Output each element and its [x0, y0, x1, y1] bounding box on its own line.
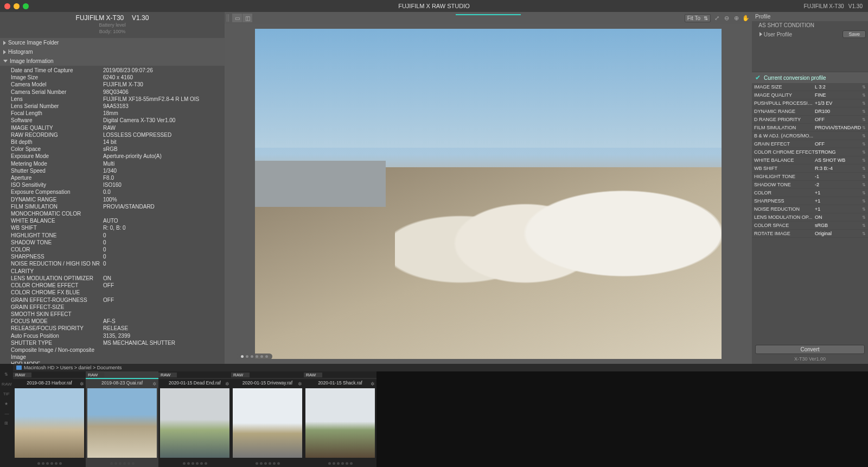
zoom-strip-icon[interactable]: ⊞ — [4, 421, 8, 426]
thumb-badge: RAW — [86, 371, 158, 378]
section-image-info[interactable]: Image Information — [0, 56, 225, 66]
info-value: 2019/08/23 09:07:26 — [103, 67, 221, 74]
rating-filter-icon[interactable]: ★ — [4, 401, 8, 406]
chevron-updown-icon: ⇅ — [862, 109, 866, 114]
setting-row[interactable]: ROTATE IMAGEOriginal⇅ — [752, 230, 868, 238]
as-shot-row[interactable]: AS SHOT CONDITION — [752, 21, 868, 29]
dot[interactable] — [241, 355, 244, 358]
setting-row[interactable]: NOISE REDUCTION+1⇅ — [752, 205, 868, 213]
titlebar-device: FUJIFILM X-T30 V1.30 — [804, 3, 868, 9]
thumbnail[interactable]: RAW2019-08-23 Harbor.raf✲ — [13, 371, 86, 467]
setting-row[interactable]: LENS MODULATION OP...ON⇅ — [752, 213, 868, 222]
minimize-icon[interactable] — [14, 3, 20, 9]
sort-icon[interactable]: ⇅ — [4, 372, 8, 377]
section-histogram[interactable]: Histogram — [0, 47, 225, 56]
thumb-filename: 2019-08-23 Quai.raf✲ — [86, 379, 158, 387]
info-value: PROVIA/STANDARD — [103, 203, 221, 210]
gear-icon[interactable]: ✲ — [225, 380, 229, 388]
hand-icon[interactable]: ✋ — [742, 14, 750, 22]
info-value: FUJIFILM XF18-55mmF2.8-4 R LM OIS — [103, 96, 221, 103]
gear-icon[interactable]: ✲ — [371, 380, 375, 388]
close-icon[interactable] — [4, 3, 10, 9]
gear-icon[interactable]: ✲ — [298, 380, 302, 388]
info-key: SHADOW TONE — [11, 239, 103, 246]
zoom-in-icon[interactable]: ⊕ — [732, 14, 740, 22]
gear-icon[interactable]: ✲ — [152, 380, 157, 388]
filter-tif-icon[interactable]: TIF — [3, 392, 10, 396]
info-row: Exposure ModeAperture-priority Auto(A) — [11, 153, 221, 160]
traffic-lights[interactable] — [0, 3, 29, 9]
thumbnail[interactable]: RAW2019-08-23 Quai.raf✲ — [86, 371, 158, 467]
info-value: 0 — [103, 246, 221, 253]
single-view-button[interactable]: ▭ — [232, 14, 242, 22]
thumb-rating[interactable] — [304, 459, 376, 467]
rating-dots[interactable] — [237, 354, 272, 359]
save-button[interactable]: Save — [843, 30, 866, 38]
info-row: LENS MODULATION OPTIMIZERON — [11, 275, 221, 282]
setting-row[interactable]: IMAGE QUALITYFINE⇅ — [752, 91, 868, 99]
info-row: Bit depth14 bit — [11, 138, 221, 146]
profile-header: Profile — [752, 12, 868, 21]
setting-row[interactable]: WHITE BALANCEAS SHOT WB⇅ — [752, 156, 868, 165]
setting-key: COLOR — [754, 190, 815, 195]
setting-row[interactable]: FILM SIMULATIONPROVIA/STANDARD⇅ — [752, 124, 868, 132]
user-profile-row[interactable]: User Profile Save — [752, 29, 868, 39]
section-source-folder[interactable]: Source Image Folder — [0, 38, 225, 47]
info-value: 0.0 — [103, 188, 221, 195]
setting-row[interactable]: PUSH/PULL PROCESSING+1/3 EV⇅ — [752, 99, 868, 108]
thumb-rating[interactable] — [231, 459, 304, 467]
thumbnail[interactable]: RAW2020-01-15 Driveway.raf✲ — [231, 371, 304, 467]
thumb-rating[interactable] — [86, 459, 158, 467]
setting-key: SHARPNESS — [754, 198, 815, 204]
setting-row[interactable]: DYNAMIC RANGEDR100⇅ — [752, 108, 868, 116]
thumbnail[interactable]: RAW2020-01-15 Shack.raf✲ — [304, 371, 376, 467]
setting-row[interactable]: D RANGE PRIORITYOFF⇅ — [752, 116, 868, 124]
compare-view-button[interactable]: ◫ — [242, 14, 252, 22]
user-profile-label: User Profile — [764, 31, 792, 37]
setting-value: PROVIA/STANDARD — [815, 125, 862, 130]
folder-icon — [16, 365, 22, 370]
info-key: COLOR — [11, 246, 103, 253]
filter-raw-icon[interactable]: RAW — [2, 382, 12, 387]
thumbnail[interactable]: RAW2020-01-15 Dead End.raf✲ — [158, 371, 231, 467]
info-key: RELEASE/FOCUS PRIORITY — [11, 325, 103, 332]
info-value: Multi — [103, 160, 221, 167]
setting-row[interactable]: SHARPNESS+1⇅ — [752, 197, 868, 205]
maximize-icon[interactable] — [23, 3, 29, 9]
convert-button[interactable]: Convert — [755, 345, 865, 354]
setting-key: WHITE BALANCE — [754, 157, 815, 163]
info-key: RAW RECORDING — [11, 131, 103, 138]
info-row: SHARPNESS0 — [11, 253, 221, 260]
grip-icon[interactable] — [227, 14, 230, 22]
setting-row[interactable]: COLOR CHROME EFFECTSTRONG⇅ — [752, 148, 868, 156]
fullscreen-icon[interactable]: ⤢ — [713, 14, 720, 22]
info-key: Color Space — [11, 146, 103, 153]
info-key: ISO Sensitivity — [11, 181, 103, 188]
setting-row[interactable]: COLOR+1⇅ — [752, 189, 868, 197]
info-key: Date and Time of Capture — [11, 67, 103, 74]
fit-select[interactable]: Fit To ⇅ — [685, 14, 711, 22]
thumb-rating[interactable] — [158, 459, 231, 467]
breadcrumb[interactable]: Macintosh HD > Users > daniel > Document… — [13, 364, 868, 371]
setting-row[interactable]: COLOR SPACEsRGB⇅ — [752, 222, 868, 230]
thumb-rating[interactable] — [13, 459, 86, 467]
thumb-badge: RAW — [13, 371, 86, 378]
info-row: Camera Serial Number98Q03406 — [11, 89, 221, 96]
setting-row[interactable]: GRAIN EFFECTOFF⇅ — [752, 140, 868, 148]
setting-value: L 3:2 — [815, 84, 862, 90]
chevron-updown-icon: ⇅ — [704, 15, 708, 21]
info-row: ISO SensitivityISO160 — [11, 181, 221, 188]
gear-icon[interactable]: ✲ — [80, 380, 84, 388]
conversion-profile-header[interactable]: ✔ Current conversion profile — [752, 72, 868, 83]
image-viewport[interactable] — [225, 24, 752, 364]
info-row: Composite Image / Non-composite Image — [11, 346, 221, 361]
setting-row[interactable]: B & W ADJ. (ACROS/MO...⇅ — [752, 132, 868, 140]
setting-value: +1/3 EV — [815, 100, 862, 106]
setting-key: NOISE REDUCTION — [754, 206, 815, 212]
setting-row[interactable]: WB SHIFTR:3 B:-4⇅ — [752, 165, 868, 173]
zoom-out-icon[interactable]: ⊖ — [723, 14, 730, 22]
setting-row[interactable]: SHADOW TONE-2⇅ — [752, 181, 868, 189]
info-key: Auto Focus Position — [11, 332, 103, 339]
setting-row[interactable]: HIGHLIGHT TONE-1⇅ — [752, 173, 868, 181]
setting-row[interactable]: IMAGE SIZEL 3:2⇅ — [752, 83, 868, 91]
